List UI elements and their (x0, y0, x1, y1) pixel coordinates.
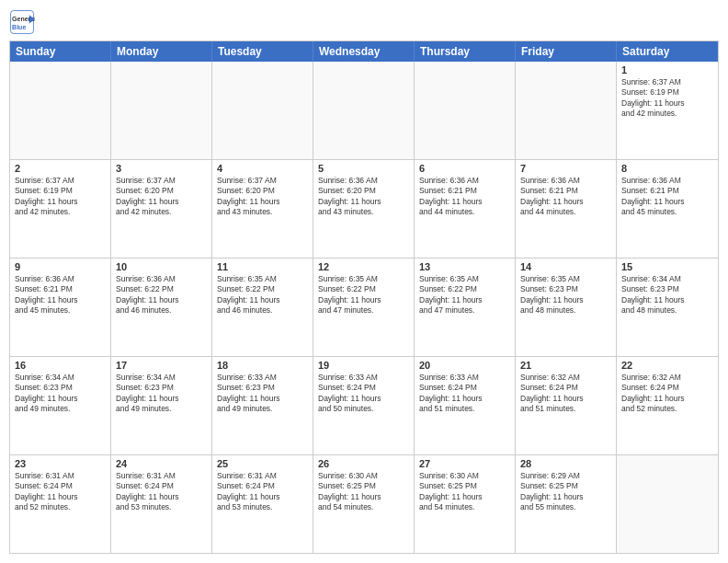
day-cell-5: 5Sunrise: 6:36 AM Sunset: 6:20 PM Daylig… (313, 160, 415, 258)
day-info: Sunrise: 6:31 AM Sunset: 6:24 PM Dayligh… (15, 471, 106, 513)
day-cell-12: 12Sunrise: 6:35 AM Sunset: 6:22 PM Dayli… (313, 259, 415, 356)
day-number: 23 (15, 458, 106, 469)
day-info: Sunrise: 6:34 AM Sunset: 6:23 PM Dayligh… (621, 274, 713, 316)
day-cell-16: 16Sunrise: 6:34 AM Sunset: 6:23 PM Dayli… (10, 357, 111, 454)
day-cell-9: 9Sunrise: 6:36 AM Sunset: 6:21 PM Daylig… (10, 259, 111, 356)
day-info: Sunrise: 6:37 AM Sunset: 6:20 PM Dayligh… (116, 176, 207, 218)
day-info: Sunrise: 6:32 AM Sunset: 6:24 PM Dayligh… (621, 373, 713, 415)
day-info: Sunrise: 6:36 AM Sunset: 6:21 PM Dayligh… (520, 176, 611, 218)
day-number: 5 (318, 163, 409, 174)
day-cell-26: 26Sunrise: 6:30 AM Sunset: 6:25 PM Dayli… (313, 455, 415, 553)
day-info: Sunrise: 6:33 AM Sunset: 6:24 PM Dayligh… (419, 373, 510, 415)
day-info: Sunrise: 6:37 AM Sunset: 6:19 PM Dayligh… (621, 77, 713, 120)
day-number: 1 (621, 64, 713, 75)
day-header-monday: Monday (111, 41, 212, 62)
empty-cell-r0c0 (10, 62, 111, 159)
day-cell-14: 14Sunrise: 6:35 AM Sunset: 6:23 PM Dayli… (516, 259, 617, 356)
svg-text:Blue: Blue (12, 24, 26, 30)
day-number: 6 (419, 163, 510, 174)
day-info: Sunrise: 6:31 AM Sunset: 6:24 PM Dayligh… (116, 471, 207, 513)
empty-cell-r0c3 (313, 62, 415, 159)
day-number: 8 (621, 163, 713, 174)
day-cell-19: 19Sunrise: 6:33 AM Sunset: 6:24 PM Dayli… (313, 357, 415, 454)
day-cell-17: 17Sunrise: 6:34 AM Sunset: 6:23 PM Dayli… (111, 357, 212, 454)
header: General Blue (9, 9, 719, 35)
day-info: Sunrise: 6:34 AM Sunset: 6:23 PM Dayligh… (15, 373, 106, 415)
day-cell-7: 7Sunrise: 6:36 AM Sunset: 6:21 PM Daylig… (516, 160, 617, 258)
day-header-friday: Friday (516, 41, 617, 62)
day-number: 22 (621, 360, 713, 371)
day-info: Sunrise: 6:35 AM Sunset: 6:22 PM Dayligh… (419, 274, 510, 316)
logo: General Blue (9, 9, 39, 35)
day-number: 12 (318, 261, 409, 272)
day-info: Sunrise: 6:37 AM Sunset: 6:19 PM Dayligh… (15, 176, 106, 218)
day-info: Sunrise: 6:29 AM Sunset: 6:25 PM Dayligh… (520, 471, 611, 513)
day-cell-18: 18Sunrise: 6:33 AM Sunset: 6:23 PM Dayli… (212, 357, 313, 454)
day-cell-3: 3Sunrise: 6:37 AM Sunset: 6:20 PM Daylig… (111, 160, 212, 258)
day-header-sunday: Sunday (10, 41, 111, 62)
day-number: 26 (318, 458, 409, 469)
day-number: 25 (217, 458, 308, 469)
day-info: Sunrise: 6:37 AM Sunset: 6:20 PM Dayligh… (217, 176, 308, 218)
day-number: 28 (520, 458, 611, 469)
day-number: 16 (15, 360, 106, 371)
day-number: 9 (15, 261, 106, 272)
day-info: Sunrise: 6:36 AM Sunset: 6:21 PM Dayligh… (419, 176, 510, 218)
day-number: 13 (419, 261, 510, 272)
day-number: 3 (116, 163, 207, 174)
day-cell-2: 2Sunrise: 6:37 AM Sunset: 6:19 PM Daylig… (10, 160, 111, 258)
day-number: 15 (621, 261, 713, 272)
day-cell-4: 4Sunrise: 6:37 AM Sunset: 6:20 PM Daylig… (212, 160, 313, 258)
calendar-row-2: 2Sunrise: 6:37 AM Sunset: 6:19 PM Daylig… (10, 160, 718, 259)
empty-cell-r0c2 (212, 62, 313, 159)
calendar-row-5: 23Sunrise: 6:31 AM Sunset: 6:24 PM Dayli… (10, 455, 718, 553)
day-info: Sunrise: 6:36 AM Sunset: 6:22 PM Dayligh… (116, 274, 207, 316)
day-cell-13: 13Sunrise: 6:35 AM Sunset: 6:22 PM Dayli… (415, 259, 516, 356)
day-cell-10: 10Sunrise: 6:36 AM Sunset: 6:22 PM Dayli… (111, 259, 212, 356)
day-cell-23: 23Sunrise: 6:31 AM Sunset: 6:24 PM Dayli… (10, 455, 111, 553)
day-cell-27: 27Sunrise: 6:30 AM Sunset: 6:25 PM Dayli… (415, 455, 516, 553)
day-number: 14 (520, 261, 611, 272)
day-info: Sunrise: 6:36 AM Sunset: 6:20 PM Dayligh… (318, 176, 409, 218)
calendar-body: 1Sunrise: 6:37 AM Sunset: 6:19 PM Daylig… (10, 62, 718, 553)
logo-icon: General Blue (9, 9, 35, 35)
day-number: 2 (15, 163, 106, 174)
day-number: 17 (116, 360, 207, 371)
empty-cell-r0c5 (516, 62, 617, 159)
day-cell-1: 1Sunrise: 6:37 AM Sunset: 6:19 PM Daylig… (617, 62, 718, 159)
day-header-saturday: Saturday (617, 41, 718, 62)
day-cell-11: 11Sunrise: 6:35 AM Sunset: 6:22 PM Dayli… (212, 259, 313, 356)
calendar-row-3: 9Sunrise: 6:36 AM Sunset: 6:21 PM Daylig… (10, 259, 718, 357)
calendar-header: SundayMondayTuesdayWednesdayThursdayFrid… (10, 41, 718, 62)
page: General Blue SundayMondayTuesdayWednesda… (0, 0, 728, 563)
day-number: 20 (419, 360, 510, 371)
day-info: Sunrise: 6:35 AM Sunset: 6:22 PM Dayligh… (318, 274, 409, 316)
day-info: Sunrise: 6:32 AM Sunset: 6:24 PM Dayligh… (520, 373, 611, 415)
day-header-wednesday: Wednesday (313, 41, 415, 62)
day-number: 18 (217, 360, 308, 371)
day-info: Sunrise: 6:31 AM Sunset: 6:24 PM Dayligh… (217, 471, 308, 513)
day-header-tuesday: Tuesday (212, 41, 313, 62)
day-info: Sunrise: 6:34 AM Sunset: 6:23 PM Dayligh… (116, 373, 207, 415)
day-cell-24: 24Sunrise: 6:31 AM Sunset: 6:24 PM Dayli… (111, 455, 212, 553)
day-info: Sunrise: 6:36 AM Sunset: 6:21 PM Dayligh… (621, 176, 713, 218)
day-info: Sunrise: 6:30 AM Sunset: 6:25 PM Dayligh… (318, 471, 409, 513)
day-cell-28: 28Sunrise: 6:29 AM Sunset: 6:25 PM Dayli… (516, 455, 617, 553)
day-info: Sunrise: 6:30 AM Sunset: 6:25 PM Dayligh… (419, 471, 510, 513)
day-number: 11 (217, 261, 308, 272)
day-header-thursday: Thursday (415, 41, 516, 62)
day-info: Sunrise: 6:33 AM Sunset: 6:24 PM Dayligh… (318, 373, 409, 415)
day-number: 10 (116, 261, 207, 272)
day-number: 24 (116, 458, 207, 469)
empty-cell-r0c4 (415, 62, 516, 159)
day-cell-25: 25Sunrise: 6:31 AM Sunset: 6:24 PM Dayli… (212, 455, 313, 553)
day-cell-20: 20Sunrise: 6:33 AM Sunset: 6:24 PM Dayli… (415, 357, 516, 454)
day-cell-6: 6Sunrise: 6:36 AM Sunset: 6:21 PM Daylig… (415, 160, 516, 258)
day-info: Sunrise: 6:36 AM Sunset: 6:21 PM Dayligh… (15, 274, 106, 316)
empty-cell-r0c1 (111, 62, 212, 159)
day-cell-21: 21Sunrise: 6:32 AM Sunset: 6:24 PM Dayli… (516, 357, 617, 454)
day-number: 27 (419, 458, 510, 469)
day-cell-8: 8Sunrise: 6:36 AM Sunset: 6:21 PM Daylig… (617, 160, 718, 258)
day-cell-22: 22Sunrise: 6:32 AM Sunset: 6:24 PM Dayli… (617, 357, 718, 454)
day-info: Sunrise: 6:35 AM Sunset: 6:22 PM Dayligh… (217, 274, 308, 316)
